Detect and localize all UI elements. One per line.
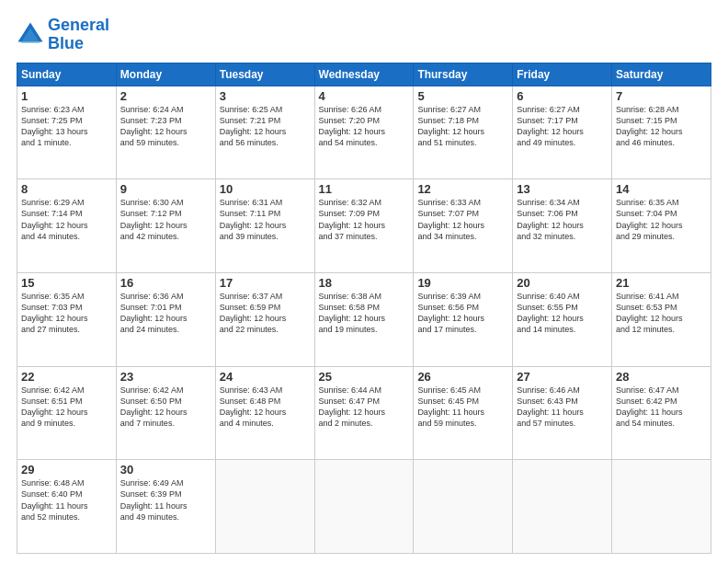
- day-info: Sunrise: 6:36 AM Sunset: 7:01 PM Dayligh…: [120, 291, 211, 336]
- day-info: Sunrise: 6:24 AM Sunset: 7:23 PM Dayligh…: [120, 104, 211, 149]
- calendar-cell: 18Sunrise: 6:38 AM Sunset: 6:58 PM Dayli…: [314, 272, 414, 366]
- day-number: 12: [417, 182, 508, 196]
- day-number: 1: [21, 89, 112, 103]
- day-number: 3: [220, 89, 311, 103]
- day-info: Sunrise: 6:32 AM Sunset: 7:09 PM Dayligh…: [319, 197, 410, 242]
- weekday-header: Monday: [116, 63, 215, 86]
- calendar-cell: 11Sunrise: 6:32 AM Sunset: 7:09 PM Dayli…: [314, 179, 414, 273]
- calendar-cell: 14Sunrise: 6:35 AM Sunset: 7:04 PM Dayli…: [612, 179, 711, 273]
- day-info: Sunrise: 6:49 AM Sunset: 6:39 PM Dayligh…: [120, 477, 211, 523]
- calendar-cell: 26Sunrise: 6:45 AM Sunset: 6:45 PM Dayli…: [414, 366, 513, 460]
- day-info: Sunrise: 6:35 AM Sunset: 7:03 PM Dayligh…: [21, 291, 112, 336]
- day-number: 26: [417, 370, 508, 384]
- day-info: Sunrise: 6:38 AM Sunset: 6:58 PM Dayligh…: [319, 291, 410, 336]
- calendar-cell: 10Sunrise: 6:31 AM Sunset: 7:11 PM Dayli…: [215, 179, 314, 273]
- weekday-header: Tuesday: [215, 63, 314, 86]
- day-info: Sunrise: 6:33 AM Sunset: 7:07 PM Dayligh…: [417, 197, 508, 242]
- calendar-cell: 23Sunrise: 6:42 AM Sunset: 6:50 PM Dayli…: [116, 366, 215, 460]
- calendar-cell: 20Sunrise: 6:40 AM Sunset: 6:55 PM Dayli…: [513, 272, 612, 366]
- calendar-cell: [215, 460, 314, 554]
- logo-text: General Blue: [48, 17, 109, 53]
- calendar-cell: 28Sunrise: 6:47 AM Sunset: 6:42 PM Dayli…: [612, 366, 711, 460]
- day-info: Sunrise: 6:42 AM Sunset: 6:50 PM Dayligh…: [120, 385, 211, 430]
- calendar-cell: 22Sunrise: 6:42 AM Sunset: 6:51 PM Dayli…: [17, 366, 117, 460]
- calendar-cell: [414, 460, 513, 554]
- calendar-cell: 30Sunrise: 6:49 AM Sunset: 6:39 PM Dayli…: [116, 460, 215, 554]
- day-number: 7: [616, 89, 707, 103]
- day-number: 13: [517, 182, 608, 196]
- day-number: 24: [220, 370, 311, 384]
- day-info: Sunrise: 6:35 AM Sunset: 7:04 PM Dayligh…: [616, 197, 707, 242]
- day-number: 8: [21, 182, 112, 196]
- day-info: Sunrise: 6:42 AM Sunset: 6:51 PM Dayligh…: [21, 385, 112, 430]
- calendar-cell: 24Sunrise: 6:43 AM Sunset: 6:48 PM Dayli…: [215, 366, 314, 460]
- day-number: 14: [616, 182, 707, 196]
- day-info: Sunrise: 6:39 AM Sunset: 6:56 PM Dayligh…: [417, 291, 508, 336]
- calendar-cell: 27Sunrise: 6:46 AM Sunset: 6:43 PM Dayli…: [513, 366, 612, 460]
- calendar-cell: 17Sunrise: 6:37 AM Sunset: 6:59 PM Dayli…: [215, 272, 314, 366]
- day-number: 20: [517, 276, 608, 290]
- day-info: Sunrise: 6:41 AM Sunset: 6:53 PM Dayligh…: [616, 291, 707, 336]
- calendar-table: SundayMondayTuesdayWednesdayThursdayFrid…: [17, 63, 711, 554]
- day-info: Sunrise: 6:25 AM Sunset: 7:21 PM Dayligh…: [220, 104, 311, 149]
- day-number: 29: [21, 463, 112, 477]
- logo: General Blue: [17, 17, 109, 53]
- calendar-cell: 19Sunrise: 6:39 AM Sunset: 6:56 PM Dayli…: [414, 272, 513, 366]
- day-info: Sunrise: 6:27 AM Sunset: 7:17 PM Dayligh…: [517, 104, 608, 149]
- calendar-cell: 2Sunrise: 6:24 AM Sunset: 7:23 PM Daylig…: [116, 86, 215, 179]
- weekday-header: Thursday: [414, 63, 513, 86]
- day-info: Sunrise: 6:23 AM Sunset: 7:25 PM Dayligh…: [21, 104, 112, 149]
- header: General Blue: [17, 17, 711, 53]
- logo-icon: [17, 21, 44, 49]
- day-number: 27: [517, 370, 608, 384]
- day-info: Sunrise: 6:34 AM Sunset: 7:06 PM Dayligh…: [517, 197, 608, 242]
- calendar-cell: 9Sunrise: 6:30 AM Sunset: 7:12 PM Daylig…: [116, 179, 215, 273]
- day-info: Sunrise: 6:47 AM Sunset: 6:42 PM Dayligh…: [616, 385, 707, 430]
- day-info: Sunrise: 6:30 AM Sunset: 7:12 PM Dayligh…: [120, 197, 211, 242]
- day-number: 17: [220, 276, 311, 290]
- day-number: 19: [417, 276, 508, 290]
- weekday-header: Friday: [513, 63, 612, 86]
- calendar-cell: 29Sunrise: 6:48 AM Sunset: 6:40 PM Dayli…: [17, 460, 117, 554]
- weekday-header: Saturday: [612, 63, 711, 86]
- day-number: 21: [616, 276, 707, 290]
- day-number: 18: [319, 276, 410, 290]
- calendar-cell: [513, 460, 612, 554]
- day-info: Sunrise: 6:26 AM Sunset: 7:20 PM Dayligh…: [319, 104, 410, 149]
- day-info: Sunrise: 6:44 AM Sunset: 6:47 PM Dayligh…: [319, 385, 410, 430]
- calendar-cell: 7Sunrise: 6:28 AM Sunset: 7:15 PM Daylig…: [612, 86, 711, 179]
- calendar-cell: 15Sunrise: 6:35 AM Sunset: 7:03 PM Dayli…: [17, 272, 117, 366]
- calendar-cell: 6Sunrise: 6:27 AM Sunset: 7:17 PM Daylig…: [513, 86, 612, 179]
- day-info: Sunrise: 6:43 AM Sunset: 6:48 PM Dayligh…: [220, 385, 311, 430]
- day-number: 28: [616, 370, 707, 384]
- weekday-header: Wednesday: [314, 63, 414, 86]
- calendar-cell: [314, 460, 414, 554]
- day-number: 15: [21, 276, 112, 290]
- day-number: 10: [220, 182, 311, 196]
- calendar-cell: 12Sunrise: 6:33 AM Sunset: 7:07 PM Dayli…: [414, 179, 513, 273]
- calendar-cell: [612, 460, 711, 554]
- day-info: Sunrise: 6:27 AM Sunset: 7:18 PM Dayligh…: [417, 104, 508, 149]
- day-info: Sunrise: 6:28 AM Sunset: 7:15 PM Dayligh…: [616, 104, 707, 149]
- weekday-header: Sunday: [17, 63, 117, 86]
- page: General Blue SundayMondayTuesdayWednesda…: [0, 0, 728, 563]
- day-number: 6: [517, 89, 608, 103]
- day-number: 16: [120, 276, 211, 290]
- calendar-cell: 21Sunrise: 6:41 AM Sunset: 6:53 PM Dayli…: [612, 272, 711, 366]
- calendar-cell: 8Sunrise: 6:29 AM Sunset: 7:14 PM Daylig…: [17, 179, 117, 273]
- day-number: 4: [319, 89, 410, 103]
- day-info: Sunrise: 6:45 AM Sunset: 6:45 PM Dayligh…: [417, 385, 508, 430]
- calendar-cell: 3Sunrise: 6:25 AM Sunset: 7:21 PM Daylig…: [215, 86, 314, 179]
- day-info: Sunrise: 6:37 AM Sunset: 6:59 PM Dayligh…: [220, 291, 311, 336]
- day-info: Sunrise: 6:29 AM Sunset: 7:14 PM Dayligh…: [21, 197, 112, 242]
- day-number: 25: [319, 370, 410, 384]
- calendar-cell: 5Sunrise: 6:27 AM Sunset: 7:18 PM Daylig…: [414, 86, 513, 179]
- day-number: 23: [120, 370, 211, 384]
- day-number: 11: [319, 182, 410, 196]
- day-info: Sunrise: 6:48 AM Sunset: 6:40 PM Dayligh…: [21, 477, 112, 523]
- calendar-cell: 16Sunrise: 6:36 AM Sunset: 7:01 PM Dayli…: [116, 272, 215, 366]
- calendar-cell: 4Sunrise: 6:26 AM Sunset: 7:20 PM Daylig…: [314, 86, 414, 179]
- calendar-cell: 25Sunrise: 6:44 AM Sunset: 6:47 PM Dayli…: [314, 366, 414, 460]
- day-info: Sunrise: 6:40 AM Sunset: 6:55 PM Dayligh…: [517, 291, 608, 336]
- day-info: Sunrise: 6:31 AM Sunset: 7:11 PM Dayligh…: [220, 197, 311, 242]
